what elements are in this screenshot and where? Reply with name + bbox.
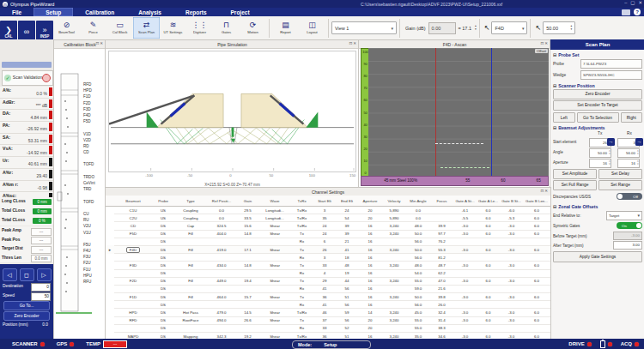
menu-tab-project[interactable]: Project [219,8,262,16]
table-row[interactable]: C2UUSCoupling0.033.5Longitudi...Tx/Rx355… [106,214,550,222]
column-header[interactable]: TxRx [290,196,313,207]
zero-encoder-button[interactable]: Zero Encoder [3,311,50,321]
column-header[interactable]: Gate A St... [453,196,477,207]
menu-tab-analysis[interactable]: Analysis [126,8,173,16]
set-amplitude-button[interactable]: Set Amplitude [553,169,597,179]
table-row[interactable]: DSRx4191654.062.2 [106,269,550,277]
table-row[interactable]: F3DDSFill434.014.8ShearTx3348163,24048.0… [106,262,550,269]
view-select[interactable]: View 1▾ [331,21,397,34]
discrepancies-toggle[interactable]: Off [617,193,642,200]
beam-select[interactable]: F4D▾ [491,21,527,34]
set-full-range-button[interactable]: Set Full Range [553,180,597,190]
column-header[interactable]: Ref Positi... [207,196,236,207]
panel-window-icons[interactable]: ⊡✕ [540,189,549,193]
jog-left-button[interactable]: ◁ [3,268,17,281]
table-row[interactable]: F2DDSFill449.019.4ShearTx2944163,24055.0… [106,277,550,285]
table-row[interactable]: DSRx41561656.026.0 [106,301,550,309]
ut-settings-button[interactable]: ≋UT Settings [160,17,186,39]
panel-window-icons[interactable]: ⊡✕ [540,41,549,45]
pipe-simulation-canvas[interactable] [108,51,356,172]
table-row[interactable]: F5DDSFill404.014.8ShearTx2439163,24050.0… [106,230,550,238]
channel-settings-table[interactable]: BeamsetProbeTypeRef Positi...GainWaveTxR… [106,196,550,340]
collapse-icon[interactable]: ⊟ [553,83,556,88]
gain-input[interactable]: 0.00 [428,22,456,34]
layout-button[interactable]: ◫Layout [299,17,325,39]
goto-button[interactable]: Go To... [3,301,50,310]
gate-a[interactable] [435,143,484,144]
motion-button[interactable]: ⟳Motion [240,17,266,39]
digitizer-button[interactable]: ⋮⋮Digitizer [186,17,213,39]
table-row[interactable]: F1DDSFill464.015.7ShearTx3651163,24050.0… [106,293,550,301]
column-header[interactable]: Gate A Le... [477,196,500,207]
collapse-icon[interactable]: ⊟ [553,52,556,57]
table-row[interactable]: DSRx33522055.038.3 [106,324,550,332]
aperture-tx-input[interactable]: 16 [589,159,611,168]
aperture-rx-input[interactable]: 16 [617,159,640,168]
piece-button[interactable]: ✎Piece [80,17,106,39]
menu-tab-setup[interactable]: Setup [33,8,73,16]
collapse-icon[interactable]: ⊟ [553,204,556,209]
close-button[interactable]: ✕ [638,0,642,5]
apply-rx-button[interactable]: → [635,138,643,146]
probe-field[interactable]: 7.5L64-PWZ3 [580,59,642,69]
column-header[interactable]: Gate B Len... [523,196,550,207]
wedge-field[interactable]: SPWZ3-N55S-IHC [580,70,642,80]
symetric-gates-toggle[interactable]: On [617,222,642,229]
column-header[interactable]: Probe [152,196,174,207]
beamtool-button[interactable]: ⊘BeamTool [53,17,80,39]
table-row[interactable]: DSRx41561659.021.6 [106,285,550,292]
ascan-plot[interactable]: Offset [368,48,549,178]
move-right-button[interactable]: Right [621,112,643,123]
column-header[interactable]: Wave [259,196,290,207]
gain-spinner[interactable]: ▴▾ [475,25,477,31]
move-left-button[interactable]: Left [553,112,575,123]
speed-input[interactable]: 50 [31,292,51,301]
panel-window-icons[interactable]: ⊡✕ [95,41,104,45]
gates-button[interactable]: ⊓Gates [213,17,240,39]
table-row[interactable]: DSRx3181656.081.2 [106,254,550,262]
column-header[interactable]: Gate B St... [500,196,523,207]
angle-tx-input[interactable]: 50.00 [589,148,611,158]
column-header[interactable]: Start Elt [313,196,336,207]
column-header[interactable]: Aperture [358,196,382,207]
menu-tab-calibration[interactable]: Calibration [73,8,126,16]
goto-selection-button[interactable]: Go To Selection [577,112,619,123]
panel-window-icons[interactable]: ⊡✕ [349,41,357,45]
menu-tab-reports[interactable]: Reports [173,8,219,16]
table-row[interactable]: RFDDSRootFace494.026.6ShearTx3756203,240… [106,316,550,324]
set-delay-button[interactable]: Set Delay [598,169,642,179]
set-range-button[interactable]: Set Range [598,180,642,190]
column-header[interactable]: Beamset [114,196,152,207]
stop-button[interactable]: ◻ [20,268,34,281]
column-header[interactable]: Gain [236,196,259,207]
angle-input[interactable]: 50.00▴▾ [543,21,575,34]
collapse-icon[interactable]: ⊟ [553,125,556,130]
help-icon[interactable]: ? [634,9,641,15]
validation-fail-icon[interactable] [42,74,51,82]
table-row[interactable]: HPDDSHot Pass479.014.5ShearTx/Rx4659143,… [106,309,550,316]
end-relative-select[interactable]: Target▾ [606,211,642,220]
measurement-cursor[interactable] [491,48,492,178]
angle-rx-input[interactable]: 56.00 [617,148,640,158]
column-header[interactable]: Type [174,196,207,207]
cal-block-button[interactable]: ▭Cal Block [106,17,133,39]
theme-toggle-icon[interactable] [622,9,630,15]
wizard-bar[interactable] [2,62,52,68]
apply-tx-button[interactable]: → [607,138,615,146]
scan-plan-button[interactable]: ⇄Scan Plan [133,17,160,39]
minimize-button[interactable]: – [624,0,627,5]
zero-encoder-button[interactable]: Zero Encoder [553,89,642,99]
table-row[interactable]: C1UUSCoupling0.029.5Longitudi...Tx/Rx324… [106,207,550,214]
column-header[interactable]: Min Angle [406,196,430,207]
table-row[interactable]: DSRx6211656.076.2 [106,238,550,245]
jog-right-button[interactable]: ▷ [37,268,52,281]
after-target-input[interactable]: 3.00 [613,241,642,250]
reference-cursor[interactable] [435,48,436,178]
validation-pass-icon[interactable]: ✓ [4,75,11,81]
report-button[interactable]: ▤Report [272,17,299,39]
set-encoder-button[interactable]: Set Encoder To Target [553,100,642,111]
table-row[interactable]: CDDSCap324.515.6ShearTx/Rx2439163,24048.… [106,222,550,230]
maximize-button[interactable]: ▢ [630,0,635,5]
gate-b[interactable] [440,167,489,168]
table-row[interactable]: ▸F4DDSFill419.017.1ShearTx2641163,24050.… [106,245,550,253]
